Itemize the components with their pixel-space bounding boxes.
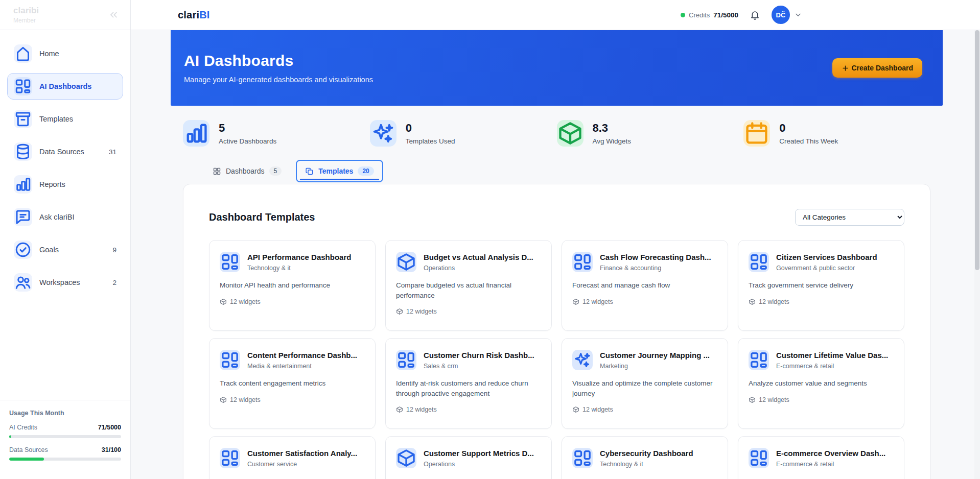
tab-count-badge: 5 [269,166,282,176]
credits-indicator: Credits 71/5000 [681,11,738,19]
bar-chart-icon [183,120,209,147]
usage-row: Data Sources 31/100 [9,446,121,453]
dashboard-icon [749,350,769,370]
cube-icon [396,308,403,315]
template-description: Track content engagement metrics [220,378,365,389]
template-card[interactable]: Content Performance Dashb... Media & ent… [209,338,376,429]
sidebar-item-goals[interactable]: Goals 9 [7,236,123,263]
page-subtitle: Manage your AI-generated dashboards and … [184,76,373,84]
sidebar-item-ai-dashboards[interactable]: AI Dashboards [7,73,123,100]
notifications-button[interactable] [750,10,760,20]
template-category: Sales & crm [424,363,534,370]
usage-label: AI Credits [9,424,37,431]
sidebar-item-label: Reports [39,180,65,188]
template-card[interactable]: Cash Flow Forecasting Dash... Finance & … [562,240,728,331]
content-scroll-area[interactable]: AI Dashboards Manage your AI-generated d… [131,30,980,479]
main-area: clariBI Credits 71/5000 DČ AI Dashboards [131,0,980,479]
template-card[interactable]: Budget vs Actual Analysis D... Operation… [385,240,552,331]
sidebar-item-label: Home [39,50,59,58]
category-filter-select[interactable]: All Categories [795,209,904,226]
cube-icon [396,448,416,468]
usage-value: 71/5000 [98,424,121,431]
create-dashboard-button[interactable]: Create Dashboard [832,58,922,78]
template-category: Customer service [247,461,357,468]
sidebar: claribi Member Home AI Dashboards Templa… [0,0,131,479]
template-card[interactable]: Customer Lifetime Value Das... E-commerc… [738,338,904,429]
sidebar-item-label: Goals [39,246,59,254]
cube-icon [572,298,579,305]
templates-panel: Dashboard Templates All Categories API P… [183,184,930,479]
home-icon [14,44,32,63]
template-description: Compare budgeted vs actual financial per… [396,280,541,300]
sidebar-item-reports[interactable]: Reports [7,171,123,198]
stat-value: 8.3 [593,122,632,135]
usage-row: AI Credits 71/5000 [9,424,121,431]
sidebar-collapse-button[interactable] [108,9,119,20]
template-card[interactable]: API Performance Dashboard Technology & i… [209,240,376,331]
cube-icon [220,298,227,305]
scrollbar-thumb[interactable] [975,30,979,270]
stat-created-this-week: 0 Created This Week [743,120,930,147]
template-description: Track support team performance and [396,476,541,479]
template-description: Monitor security threats and incidents [572,476,717,479]
sparkles-icon [370,120,396,147]
cube-icon [572,406,579,413]
sidebar-item-data-sources[interactable]: Data Sources 31 [7,138,123,165]
template-description: Track government service delivery [749,280,894,291]
tab-templates[interactable]: Templates 20 [296,160,383,182]
topbar: clariBI Credits 71/5000 DČ [131,0,980,30]
usage-progress-fill [9,458,44,461]
template-description: Complete e-commerce business overview [749,476,894,479]
template-category: Finance & accounting [600,265,711,272]
scrollbar[interactable] [974,30,980,479]
tab-dashboards[interactable]: Dashboards 5 [203,160,291,182]
template-card[interactable]: E-commerce Overview Dash... E-commerce &… [738,436,904,479]
template-card[interactable]: Customer Journey Mapping ... Marketing V… [562,338,728,429]
sidebar-nav: Home AI Dashboards Templates Data Source… [0,30,130,302]
template-title: Content Performance Dashb... [247,350,357,360]
template-card[interactable]: Customer Satisfaction Analy... Customer … [209,436,376,479]
template-title: Customer Satisfaction Analy... [247,448,357,458]
sidebar-item-badge: 31 [109,148,116,156]
bar-chart-icon [14,175,32,194]
page-title: AI Dashboards [184,52,373,69]
cube-icon [749,298,756,305]
template-title: Customer Support Metrics D... [424,448,534,458]
sidebar-item-workspaces[interactable]: Workspaces 2 [7,269,123,296]
template-title: Cash Flow Forecasting Dash... [600,252,711,261]
template-description: Forecast and manage cash flow [572,280,717,291]
usage-progress-track [9,435,121,438]
sidebar-item-badge: 2 [112,279,116,286]
sparkles-icon [572,350,593,370]
sidebar-logo: claribi [13,6,39,16]
avatar[interactable]: DČ [772,6,790,24]
template-card[interactable]: Customer Support Metrics D... Operations… [385,436,552,479]
sidebar-item-templates[interactable]: Templates [7,106,123,132]
sidebar-item-label: AI Dashboards [39,82,91,90]
dashboard-icon [572,448,593,468]
stat-value: 5 [219,122,276,135]
template-card[interactable]: Customer Churn Risk Dashb... Sales & crm… [385,338,552,429]
tabs: Dashboards 5 Templates 20 [203,160,930,182]
credits-status-dot [681,13,685,17]
template-card[interactable]: Citizen Services Dashboard Government & … [738,240,904,331]
stat-value: 0 [406,122,455,135]
stat-active-dashboards: 5 Active Dashboards [183,120,370,147]
app-logo-suffix: BI [199,9,209,20]
bell-icon [750,10,760,20]
stats-row: 5 Active Dashboards 0 Templates Used 8.3… [183,120,930,147]
sidebar-item-home[interactable]: Home [7,40,123,67]
sidebar-item-ask-claribi[interactable]: Ask clariBI [7,204,123,230]
dashboard-icon [749,448,769,468]
template-card[interactable]: Cybersecurity Dashboard Technology & it … [562,436,728,479]
dashboard-icon [220,350,240,370]
template-category: Operations [424,265,533,272]
credits-label: Credits [689,11,710,19]
usage-progress-fill [9,435,11,438]
user-menu[interactable]: DČ [772,6,802,24]
cube-icon [557,120,584,147]
stat-label: Avg Widgets [593,137,632,145]
stat-label: Created This Week [779,137,838,145]
dashboard-icon [396,350,416,370]
hero-banner: AI Dashboards Manage your AI-generated d… [171,30,943,106]
